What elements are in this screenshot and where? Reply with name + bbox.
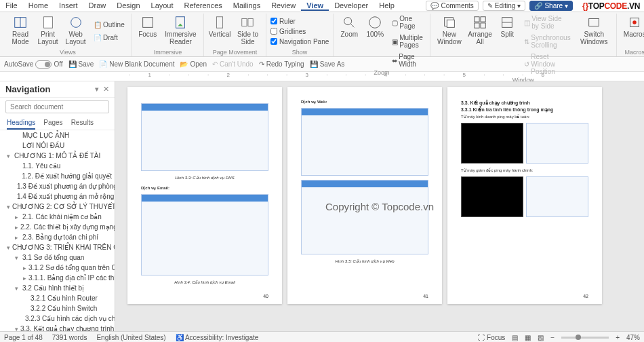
svg-rect-20 bbox=[589, 19, 599, 26]
menu-home[interactable]: Home bbox=[23, 1, 54, 11]
page-count[interactable]: Page 1 of 48 bbox=[4, 334, 43, 341]
nav-item[interactable]: ▾CHƯƠNG 2: CƠ SỞ LÝ THUYẾT bbox=[0, 202, 115, 212]
nav-item[interactable]: LỜI NÓI ĐẦU bbox=[0, 140, 115, 151]
svg-point-3 bbox=[71, 18, 81, 28]
hundred-percent-button[interactable]: 100% bbox=[363, 14, 386, 69]
view-web-icon[interactable]: ▨ bbox=[538, 334, 544, 341]
nav-item[interactable]: ▾CHƯƠNG 1: MÔ TẢ ĐỀ TÀI bbox=[0, 151, 115, 161]
search-input[interactable] bbox=[5, 100, 109, 113]
nav-item[interactable]: ▾3.1 Sơ đồ tổng quan bbox=[0, 252, 115, 263]
arrange-all-button[interactable]: Arrange All bbox=[467, 14, 493, 77]
nav-item[interactable]: 3.2.2 Cấu hình Switch bbox=[0, 303, 115, 314]
menu-references[interactable]: References bbox=[179, 1, 228, 11]
view-side-by-side-button: ◫ View Side by Side bbox=[521, 14, 573, 31]
nav-item[interactable]: 1.2. Đề xuất hướng giải quyết bbox=[0, 171, 115, 181]
svg-rect-2 bbox=[43, 17, 52, 28]
share-button[interactable]: 🔗 Share ▾ bbox=[529, 1, 573, 11]
svg-rect-4 bbox=[142, 18, 153, 28]
open-button[interactable]: 📂 Open bbox=[180, 60, 206, 68]
ruler-checkbox[interactable]: Ruler bbox=[270, 17, 329, 26]
nav-item[interactable]: ▸2.1. Các khái niệm cơ bản bbox=[0, 212, 115, 222]
menu-mailings[interactable]: Mailings bbox=[228, 1, 266, 11]
outline-button[interactable]: 📋 Outline bbox=[91, 20, 127, 30]
menu-developer[interactable]: Developer bbox=[329, 1, 374, 11]
svg-point-11 bbox=[369, 17, 381, 28]
svg-rect-17 bbox=[481, 23, 485, 28]
nav-item[interactable]: ▸3.1.2 Sơ đồ tổng quan trên Cisco... bbox=[0, 263, 115, 273]
zoom-slider[interactable] bbox=[561, 337, 609, 339]
focus-status[interactable]: ⛶ Focus bbox=[478, 334, 505, 341]
nav-item[interactable]: 3.2.3 Cấu hình các dịch vụ cho m... bbox=[0, 314, 115, 324]
multiple-pages-button[interactable]: ▣ Multiple Pages bbox=[389, 33, 425, 50]
accessibility-status[interactable]: ♿ Accessibility: Investigate bbox=[176, 334, 259, 341]
nav-item[interactable]: ▾3.2 Cấu hình thiết bị bbox=[0, 283, 115, 293]
view-print-icon[interactable]: ▦ bbox=[525, 334, 531, 341]
immersive-reader-button[interactable]: Immersive Reader bbox=[162, 14, 199, 49]
save-as-button[interactable]: 💾 Save As bbox=[310, 60, 345, 68]
split-button[interactable]: Split bbox=[496, 14, 519, 77]
nav-item[interactable]: 3.2.1 Cấu hình Router bbox=[0, 293, 115, 303]
immersive-group-label: Immersive bbox=[136, 49, 199, 56]
switch-windows-button[interactable]: Switch Windows bbox=[576, 14, 612, 77]
autosave-toggle[interactable]: AutoSave Off bbox=[4, 60, 63, 69]
nav-item[interactable]: ▾CHƯƠNG 3: TRIỂN KHAI TRÊN CISCO P... bbox=[0, 242, 115, 252]
document-page-3: 3.3. Kết quả chạy chương trình 3.3.1 Kiể… bbox=[447, 87, 602, 304]
nav-item[interactable]: ▸3.1.1. Bảng địa chỉ IP các thiết bị bbox=[0, 273, 115, 283]
svg-rect-13 bbox=[447, 20, 454, 27]
navtab-headings[interactable]: Headings bbox=[7, 119, 35, 130]
comments-button[interactable]: 💬 Comments bbox=[426, 1, 478, 11]
menu-file[interactable]: File bbox=[0, 1, 23, 11]
language[interactable]: English (United States) bbox=[96, 334, 165, 341]
svg-rect-16 bbox=[475, 23, 479, 28]
sync-scroll-button: ⇅ Synchronous Scrolling bbox=[521, 33, 573, 50]
svg-rect-8 bbox=[248, 19, 253, 26]
navpane-headings-list: MỤC LỤC ẢNHLỜI NÓI ĐẦU▾CHƯƠNG 1: MÔ TẢ Đ… bbox=[0, 130, 115, 331]
draft-button[interactable]: 📄 Draft bbox=[91, 33, 127, 43]
page-width-button[interactable]: ⬌ Page Width bbox=[389, 52, 425, 69]
nav-item[interactable]: ▸2.3. Bảng dự toán chi phí bbox=[0, 232, 115, 242]
zoom-out-button[interactable]: − bbox=[550, 334, 555, 341]
close-icon[interactable]: ✕ bbox=[103, 85, 109, 94]
menu-review[interactable]: Review bbox=[266, 1, 301, 11]
menu-draw[interactable]: Draw bbox=[83, 1, 112, 11]
menu-design[interactable]: Design bbox=[111, 1, 145, 11]
ribbon: Read Mode Print Layout Web Layout 📋 Outl… bbox=[0, 12, 644, 57]
nav-item[interactable]: 1.1. Yêu cầu bbox=[0, 161, 115, 171]
undo-button: ↶ Can't Undo bbox=[212, 60, 254, 68]
new-blank-button[interactable]: 📄 New Blank Document bbox=[99, 60, 174, 68]
view-read-icon[interactable]: ▤ bbox=[512, 334, 518, 341]
chevron-down-icon[interactable]: ▾ bbox=[95, 85, 99, 94]
save-button[interactable]: 💾 Save bbox=[68, 60, 94, 68]
gridlines-checkbox[interactable]: Gridlines bbox=[270, 27, 329, 36]
nav-item[interactable]: MỤC LỤC ẢNH bbox=[0, 130, 115, 140]
navtab-results[interactable]: Results bbox=[71, 119, 94, 130]
topcode-logo: {}TOPCODE.VN bbox=[582, 1, 640, 11]
print-layout-button[interactable]: Print Layout bbox=[35, 14, 60, 49]
zoom-level[interactable]: 47% bbox=[626, 334, 640, 341]
vertical-button[interactable]: Vertical bbox=[208, 14, 231, 49]
macros-button[interactable]: Macros bbox=[621, 14, 644, 49]
svg-point-9 bbox=[344, 18, 352, 25]
new-window-button[interactable]: New Window bbox=[435, 14, 464, 77]
document-area[interactable]: Hình 3.3: Cấu hình dịch vụ DNS Dịch vụ E… bbox=[115, 81, 644, 331]
side-to-side-button[interactable]: Side to Side bbox=[234, 14, 262, 49]
menu-layout[interactable]: Layout bbox=[146, 1, 179, 11]
read-mode-button[interactable]: Read Mode bbox=[8, 14, 33, 49]
menu-insert[interactable]: Insert bbox=[54, 1, 83, 11]
one-page-button[interactable]: ▢ One Page bbox=[389, 14, 425, 31]
web-layout-button[interactable]: Web Layout bbox=[63, 14, 88, 49]
word-count[interactable]: 7391 words bbox=[52, 334, 87, 341]
nav-item[interactable]: 1.4 Đề xuất phương án mở rộng kh... bbox=[0, 191, 115, 202]
editing-mode-button[interactable]: ✎ Editing ▾ bbox=[483, 1, 526, 11]
navtab-pages[interactable]: Pages bbox=[43, 119, 62, 130]
zoom-in-button[interactable]: + bbox=[616, 334, 620, 341]
menu-view[interactable]: View bbox=[301, 1, 329, 11]
nav-item[interactable]: 1.3 Đề xuất phương án dự phòng tr... bbox=[0, 181, 115, 191]
navpane-checkbox[interactable]: Navigation Pane bbox=[270, 37, 329, 46]
menu-help[interactable]: Help bbox=[374, 1, 400, 11]
focus-button[interactable]: Focus bbox=[136, 14, 159, 49]
status-bar: Page 1 of 48 7391 words English (United … bbox=[0, 331, 644, 342]
nav-item[interactable]: ▸2.2. Các thiết bị xây dựng mạng bbox=[0, 222, 115, 232]
nav-item[interactable]: ▾3.3. Kết quả chạy chương trình bbox=[0, 324, 115, 331]
redo-button[interactable]: ↷ Redo Typing bbox=[259, 60, 304, 68]
